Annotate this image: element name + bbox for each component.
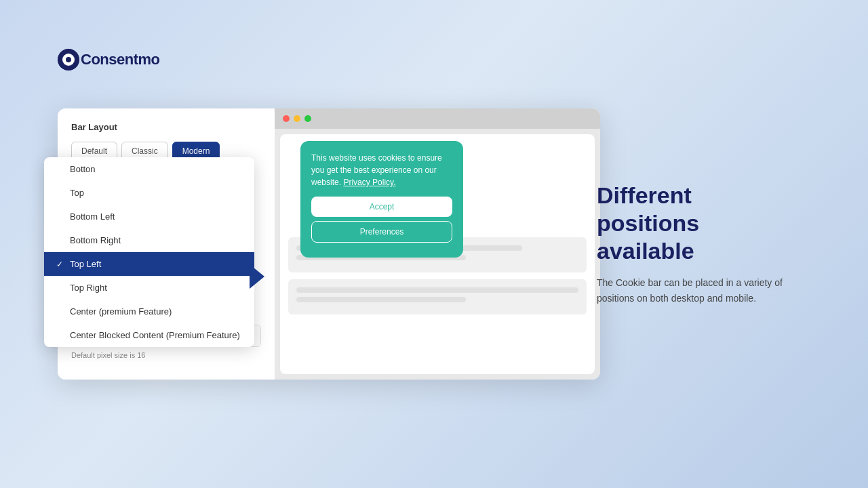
minimize-dot — [294, 115, 300, 122]
check-center — [55, 306, 64, 317]
check-center-blocked — [55, 330, 64, 340]
svg-point-1 — [62, 54, 75, 66]
close-dot — [283, 115, 290, 122]
dropdown-label-bottom-left: Bottom Left — [70, 211, 115, 222]
dropdown-item-bottom-right[interactable]: Bottom Right — [44, 228, 254, 252]
logo: Consentmo — [58, 49, 160, 70]
ph-line-3 — [296, 287, 578, 293]
check-top — [55, 188, 64, 198]
cookie-text: This website uses cookies to ensure you … — [311, 152, 452, 188]
dropdown-item-bottom-left[interactable]: Bottom Left — [44, 205, 254, 228]
dropdown-item-center[interactable]: Center (premium Feature) — [44, 300, 254, 323]
dropdown-item-top[interactable]: Top — [44, 181, 254, 205]
position-dropdown[interactable]: Botton Top Bottom Left Bottom Right ✓ To… — [44, 157, 254, 347]
browser-content: This website uses cookies to ensure you … — [280, 134, 595, 374]
dropdown-label-top-left: Top Left — [70, 259, 101, 269]
check-bottom-right — [55, 235, 64, 245]
svg-point-2 — [65, 56, 72, 63]
check-botton — [55, 164, 64, 174]
dropdown-item-top-right[interactable]: Top Right — [44, 276, 254, 300]
cookie-banner: This website uses cookies to ensure you … — [300, 141, 463, 258]
dropdown-item-botton[interactable]: Botton — [44, 157, 254, 181]
accept-button[interactable]: Accept — [311, 197, 452, 217]
preferences-button[interactable]: Preferences — [311, 221, 452, 243]
check-top-right — [55, 283, 64, 293]
check-bottom-left — [55, 211, 64, 222]
logo-icon — [58, 49, 79, 70]
dropdown-label-top: Top — [70, 188, 84, 198]
right-heading: Different positions available — [597, 182, 800, 264]
svg-point-0 — [58, 49, 79, 70]
dropdown-label-bottom-right: Bottom Right — [70, 235, 121, 245]
logo-text: Consentmo — [81, 51, 160, 68]
browser-titlebar — [275, 108, 600, 129]
dropdown-label-botton: Botton — [70, 164, 96, 174]
ph-line-4 — [296, 297, 466, 302]
dropdown-label-center-blocked: Center Blocked Content (Premium Feature) — [70, 330, 240, 340]
maximize-dot — [304, 115, 311, 122]
pixel-hint: Default pixel size is 16 — [71, 351, 261, 359]
right-content: Different positions available The Cookie… — [597, 182, 800, 306]
check-top-left: ✓ — [55, 260, 64, 269]
privacy-policy-link[interactable]: Privacy Policy. — [343, 178, 395, 187]
browser-mockup: This website uses cookies to ensure you … — [275, 108, 600, 380]
dropdown-label-top-right: Top Right — [70, 283, 107, 293]
right-description: The Cookie bar can be placed in a variet… — [597, 276, 800, 306]
dropdown-item-center-blocked[interactable]: Center Blocked Content (Premium Feature) — [44, 323, 254, 347]
placeholder-block-2 — [288, 279, 587, 314]
arrow-pointer — [250, 264, 264, 289]
dropdown-item-top-left[interactable]: ✓ Top Left — [44, 252, 254, 276]
bar-layout-title: Bar Layout — [71, 122, 261, 132]
dropdown-label-center: Center (premium Feature) — [70, 306, 172, 317]
